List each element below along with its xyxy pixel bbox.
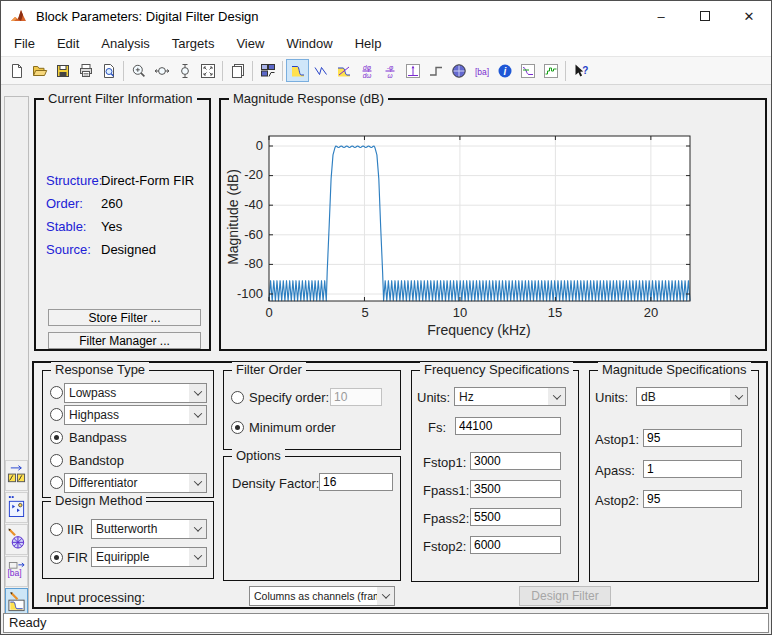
fstop2-input[interactable] xyxy=(470,536,561,554)
save-icon xyxy=(55,63,71,79)
group-delay-button[interactable]: dφdω xyxy=(355,59,378,82)
realize-model-button[interactable] xyxy=(5,492,28,523)
phase-response-icon xyxy=(313,63,329,79)
input-processing-label: Input processing: xyxy=(46,590,145,605)
transform-filter-button[interactable] xyxy=(5,460,28,491)
zoom-y-button[interactable] xyxy=(173,59,196,82)
close-button[interactable]: ✕ xyxy=(727,1,771,31)
set-quantization-parameters-button[interactable] xyxy=(5,524,28,555)
differentiator-dropdown-value: Differentiator xyxy=(65,476,189,490)
design-section: Response Type Lowpass Highpass Bandpass … xyxy=(32,361,768,609)
menu-help[interactable]: Help xyxy=(344,31,393,57)
iir-method-value: Butterworth xyxy=(92,522,189,536)
lowpass-radio[interactable] xyxy=(50,386,63,399)
maximize-button[interactable] xyxy=(683,1,727,31)
minimize-button[interactable]: – xyxy=(639,1,683,31)
zoom-x-button[interactable] xyxy=(150,59,173,82)
astop1-input[interactable] xyxy=(643,429,742,447)
phase-delay-button[interactable]: -φω xyxy=(378,59,401,82)
magnitude-response-button[interactable] xyxy=(286,59,309,82)
toolbar-separator xyxy=(565,61,566,81)
astop2-input[interactable] xyxy=(643,490,742,508)
options-title: Options xyxy=(232,448,285,463)
menu-view[interactable]: View xyxy=(225,31,275,57)
menu-targets[interactable]: Targets xyxy=(161,31,226,57)
density-factor-label: Density Factor: xyxy=(232,476,319,491)
full-view-button[interactable] xyxy=(196,59,219,82)
filter-information-button[interactable]: i xyxy=(493,59,516,82)
differentiator-dropdown[interactable]: Differentiator xyxy=(64,473,207,493)
fs-input[interactable] xyxy=(455,417,561,435)
magnitude-units-dropdown[interactable]: dB xyxy=(636,387,748,406)
iir-radio[interactable] xyxy=(50,523,63,536)
store-filter-button[interactable]: Store Filter ... xyxy=(48,309,201,326)
open-folder-icon xyxy=(32,63,48,79)
xtick-5: 5 xyxy=(350,305,380,320)
pole-zero-plot-button[interactable] xyxy=(447,59,470,82)
input-processing-dropdown[interactable]: Columns as channels (frame based) xyxy=(249,586,395,606)
menu-edit[interactable]: Edit xyxy=(46,31,90,57)
design-filter-button[interactable]: Design Filter xyxy=(519,586,611,606)
magnitude-response-estimate-button[interactable] xyxy=(516,59,539,82)
xtick-15: 15 xyxy=(540,305,570,320)
zoom-in-icon xyxy=(131,63,147,79)
context-help-button[interactable]: ? xyxy=(569,59,592,82)
fir-radio[interactable] xyxy=(50,551,63,564)
filter-order-panel: Filter Order Specify order: Minimum orde… xyxy=(223,370,401,450)
open-button[interactable] xyxy=(28,59,51,82)
zoom-x-icon xyxy=(154,63,170,79)
iir-method-dropdown[interactable]: Butterworth xyxy=(91,519,207,539)
import-filter-button[interactable]: [ba] xyxy=(5,556,28,587)
fstop1-label: Fstop1: xyxy=(423,455,466,470)
chevron-down-icon xyxy=(189,548,206,566)
fpass1-input[interactable] xyxy=(470,480,561,498)
fir-method-dropdown[interactable]: Equiripple xyxy=(91,547,207,567)
chevron-down-icon xyxy=(189,384,206,402)
response-type-title: Response Type xyxy=(51,362,149,377)
filter-coefficients-button[interactable]: [ba] xyxy=(470,59,493,82)
astop2-label: Astop2: xyxy=(595,493,639,508)
frequency-specifications-panel: Frequency Specifications Units: Hz Fs: F… xyxy=(411,370,579,582)
apass-input[interactable] xyxy=(643,460,742,478)
specify-order-radio[interactable] xyxy=(231,391,244,404)
quantization-noise-button[interactable] xyxy=(539,59,562,82)
print-icon xyxy=(78,63,94,79)
differentiator-radio[interactable] xyxy=(50,476,63,489)
menu-file[interactable]: File xyxy=(3,31,46,57)
context-help-icon: ? xyxy=(573,63,589,79)
toolbar-separator xyxy=(282,61,283,81)
save-button[interactable] xyxy=(51,59,74,82)
phase-response-button[interactable] xyxy=(309,59,332,82)
bandpass-radio[interactable] xyxy=(50,431,63,444)
lowpass-dropdown[interactable]: Lowpass xyxy=(64,383,207,403)
magnitude-specifications-title: Magnitude Specifications xyxy=(598,362,751,377)
fstop1-input[interactable] xyxy=(470,452,561,470)
print-preview-button[interactable] xyxy=(97,59,120,82)
filter-design-tool-icon xyxy=(260,63,276,79)
menu-window[interactable]: Window xyxy=(275,31,343,57)
new-button[interactable] xyxy=(5,59,28,82)
fpass2-input[interactable] xyxy=(470,508,561,526)
menu-analysis[interactable]: Analysis xyxy=(90,31,160,57)
density-factor-input[interactable] xyxy=(319,473,393,491)
minimum-order-radio[interactable] xyxy=(231,421,244,434)
filter-design-tool-button[interactable] xyxy=(256,59,279,82)
impulse-response-button[interactable] xyxy=(401,59,424,82)
zoom-in-button[interactable] xyxy=(127,59,150,82)
new-window-button[interactable] xyxy=(226,59,249,82)
bandstop-radio[interactable] xyxy=(50,454,63,467)
group-delay-icon: dφdω xyxy=(359,63,375,79)
magnitude-and-phase-button[interactable] xyxy=(332,59,355,82)
highpass-radio[interactable] xyxy=(50,408,63,421)
specify-order-input[interactable] xyxy=(330,388,382,406)
print-button[interactable] xyxy=(74,59,97,82)
zoom-y-icon xyxy=(177,63,193,79)
highpass-dropdown[interactable]: Highpass xyxy=(64,405,207,425)
pole-zero-plot-icon xyxy=(451,63,467,79)
block-parameters-dialog: Block Parameters: Digital Filter Design … xyxy=(0,0,772,635)
svg-text:dω: dω xyxy=(362,72,371,79)
step-response-button[interactable] xyxy=(424,59,447,82)
frequency-units-label: Units: xyxy=(417,390,450,405)
filter-manager-button[interactable]: Filter Manager ... xyxy=(48,332,201,349)
frequency-units-dropdown[interactable]: Hz xyxy=(454,387,566,406)
